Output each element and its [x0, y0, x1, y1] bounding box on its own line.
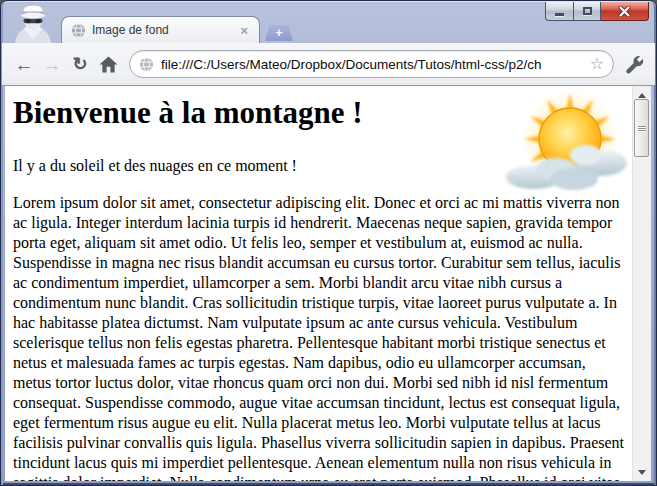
lorem-paragraph: Lorem ipsum dolor sit amet, consectetur … — [13, 193, 624, 481]
tab-title: Image de fond — [92, 23, 238, 37]
wrench-icon — [625, 55, 644, 74]
address-bar[interactable]: file:///C:/Users/Mateo/Dropbox/Documents… — [129, 50, 614, 78]
page-body: Bienvenue à la montagne ! Il y a du sole… — [5, 95, 632, 481]
home-icon — [99, 56, 118, 73]
toolbar: ← → ↻ file:///C:/Users/Mateo/Dropbox/Doc… — [2, 43, 655, 86]
back-button[interactable]: ← — [12, 55, 36, 74]
minimize-icon — [555, 13, 564, 16]
window-controls — [545, 2, 649, 21]
page-subtitle: Il y a du soleil et des nuages en ce mom… — [13, 157, 624, 175]
browser-window: Image de fond × + ← → ↻ — [0, 0, 657, 486]
vertical-scrollbar[interactable] — [632, 86, 651, 481]
new-tab-button[interactable]: + — [265, 25, 293, 41]
scrollbar-thumb[interactable] — [634, 99, 649, 157]
tab-image-de-fond[interactable]: Image de fond × — [61, 16, 260, 43]
forward-button[interactable]: → — [40, 55, 64, 74]
titlebar[interactable]: Image de fond × + — [1, 1, 656, 43]
reload-button[interactable]: ↻ — [68, 55, 92, 73]
arrow-up-icon — [638, 93, 646, 98]
address-input[interactable]: file:///C:/Users/Mateo/Dropbox/Documents… — [161, 57, 586, 72]
maximize-button[interactable] — [573, 2, 601, 21]
menu-wrench-button[interactable] — [621, 55, 647, 74]
web-page: Bienvenue à la montagne ! Il y a du sole… — [5, 86, 632, 481]
page-viewport: Bienvenue à la montagne ! Il y a du sole… — [5, 86, 651, 481]
maximize-icon — [583, 7, 592, 15]
home-button[interactable] — [96, 56, 120, 73]
thumb-grip-icon — [638, 125, 646, 132]
bookmark-star-icon[interactable]: ☆ — [590, 56, 604, 72]
url-globe-icon — [139, 57, 154, 72]
minimize-button[interactable] — [545, 2, 573, 21]
close-button[interactable] — [601, 2, 649, 21]
incognito-icon — [9, 4, 57, 48]
page-title: Bienvenue à la montagne ! — [13, 95, 624, 131]
scroll-down-button[interactable] — [633, 464, 651, 480]
tab-favicon-globe-icon — [71, 23, 86, 38]
tab-close-icon[interactable]: × — [238, 22, 250, 39]
close-icon — [618, 6, 631, 17]
arrow-down-icon — [638, 470, 646, 475]
